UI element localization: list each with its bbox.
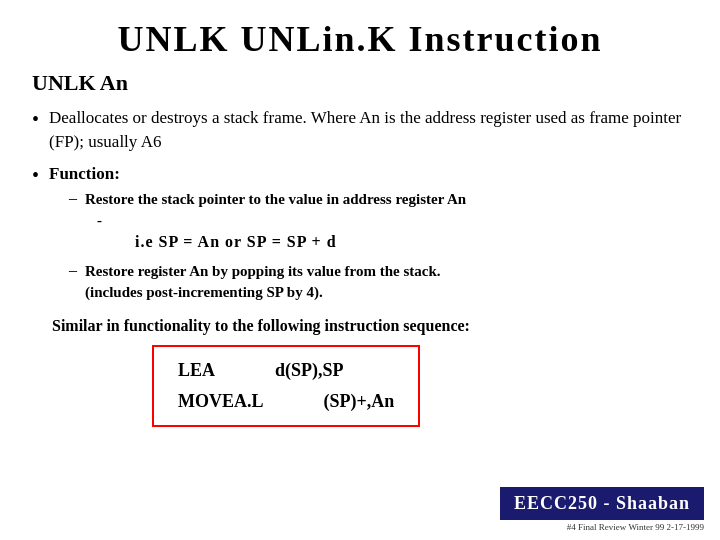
footer-area: EECC250 - Shaaban #4 Final Review Winter…: [500, 487, 704, 532]
lea-label: LEA: [178, 355, 215, 386]
footer-small-text: #4 Final Review Winter 99 2-17-1999: [567, 522, 704, 532]
lea-operand: d(SP),SP: [275, 355, 344, 386]
instruction-row-2: MOVEA.L (SP)+,An: [178, 386, 394, 417]
bullet-1-text: Deallocates or destroys a stack frame. W…: [49, 106, 688, 154]
bullet-1: • Deallocates or destroys a stack frame.…: [32, 106, 688, 154]
sp-equation: i.e SP = An or SP = SP + d: [135, 233, 466, 251]
movea-operand: (SP)+,An: [324, 386, 395, 417]
dash-1-sub: -: [97, 210, 466, 231]
bullet-2: • Function: – Restore the stack pointer …: [32, 162, 688, 310]
dash-2-sub: (includes post-incrementing SP by 4).: [85, 282, 441, 303]
movea-label: MOVEA.L: [178, 386, 264, 417]
similar-line: Similar in functionality to the followin…: [52, 317, 688, 335]
slide: UNLK UNLin.K Instruction UNLK An • Deall…: [0, 0, 720, 540]
sub-list: – Restore the stack pointer to the value…: [69, 189, 466, 303]
dash-2: – Restore register An by popping its val…: [69, 261, 466, 303]
bullet-2-label: Function:: [49, 164, 120, 183]
eecc-badge: EECC250 - Shaaban: [500, 487, 704, 520]
bullet-1-marker: •: [32, 108, 39, 131]
dash-1-marker: –: [69, 189, 77, 207]
dash-2-text: Restore register An by popping its value…: [85, 261, 441, 282]
unlk-an-heading: UNLK An: [32, 70, 688, 96]
instruction-table: LEA d(SP),SP MOVEA.L (SP)+,An: [178, 355, 394, 416]
slide-title: UNLK UNLin.K Instruction: [32, 18, 688, 60]
bullet-2-marker: •: [32, 164, 39, 187]
dash-1: – Restore the stack pointer to the value…: [69, 189, 466, 255]
dash-1-text: Restore the stack pointer to the value i…: [85, 189, 466, 210]
instruction-box: LEA d(SP),SP MOVEA.L (SP)+,An: [152, 345, 420, 426]
dash-2-marker: –: [69, 261, 77, 279]
instruction-row-1: LEA d(SP),SP: [178, 355, 394, 386]
